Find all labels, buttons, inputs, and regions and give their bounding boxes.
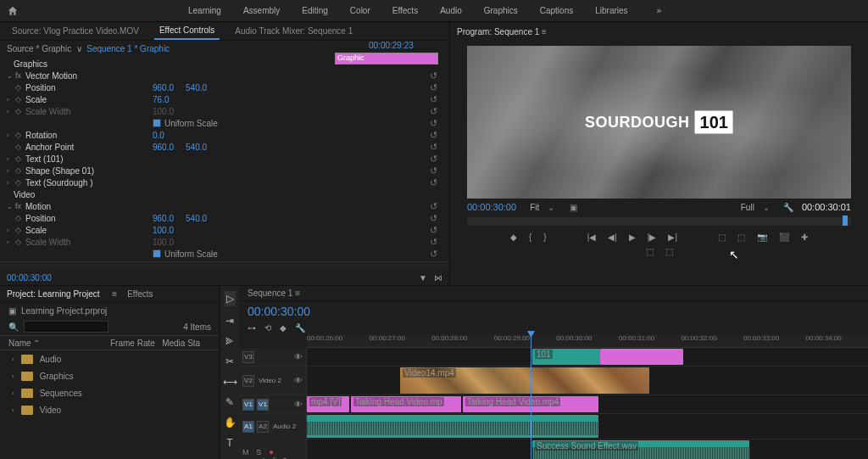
wrench-icon[interactable]: 🔧 bbox=[783, 203, 793, 212]
pen-tool-icon[interactable]: ✎ bbox=[225, 396, 234, 408]
keyframe-stopwatch-icon[interactable]: ◇ bbox=[15, 95, 25, 104]
reset-icon[interactable]: ↺ bbox=[430, 165, 437, 176]
disclosure-icon[interactable]: › bbox=[7, 96, 15, 104]
value-anchor-y[interactable]: 540.0 bbox=[186, 143, 207, 152]
reset-icon[interactable]: ↺ bbox=[430, 249, 437, 260]
reset-icon[interactable]: ↺ bbox=[430, 142, 437, 153]
uniform-scale-checkbox[interactable] bbox=[153, 119, 161, 127]
tab-project[interactable]: Project: Learning Project bbox=[7, 289, 100, 299]
search-input[interactable] bbox=[24, 321, 108, 333]
play-icon[interactable]: ▶ bbox=[629, 232, 636, 242]
prop-text-101[interactable]: Text (101) bbox=[25, 154, 153, 164]
slip-tool-icon[interactable]: ⟷ bbox=[223, 376, 237, 388]
value-mpos-x[interactable]: 960.0 bbox=[153, 214, 174, 223]
scrollbar[interactable] bbox=[0, 261, 449, 270]
fx-badge-icon[interactable]: fx bbox=[15, 71, 25, 80]
clip-talk1[interactable]: mp4 [V] bbox=[307, 396, 349, 412]
extract-icon[interactable]: ⬚ bbox=[737, 232, 745, 242]
value-mpos-y[interactable]: 540.0 bbox=[186, 214, 207, 223]
prop-vector-motion[interactable]: Vector Motion bbox=[25, 71, 153, 81]
tab-program[interactable]: Program: Sequence 1 bbox=[457, 27, 539, 36]
razor-tool-icon[interactable]: ✂ bbox=[225, 355, 234, 367]
in-point-icon[interactable]: { bbox=[529, 232, 531, 242]
keyframe-stopwatch-icon[interactable]: ◇ bbox=[15, 154, 25, 163]
keyframe-stopwatch-icon[interactable]: ◇ bbox=[15, 131, 25, 139]
snap-icon[interactable]: ⊶ bbox=[248, 323, 256, 333]
tab-audio-mixer[interactable]: Audio Track Mixer: Sequence 1 bbox=[230, 23, 358, 39]
track-target-a2[interactable]: A2 bbox=[257, 421, 269, 433]
col-framerate[interactable]: Frame Rate bbox=[110, 339, 155, 348]
reset-icon[interactable]: ↺ bbox=[430, 237, 437, 248]
reset-icon[interactable]: ↺ bbox=[430, 201, 437, 212]
clip-video14[interactable]: Video14.mp4 bbox=[400, 367, 649, 394]
bin-graphics[interactable]: ›Graphics bbox=[0, 367, 220, 384]
eye-icon[interactable]: 👁 bbox=[294, 352, 303, 361]
breadcrumb-sequence[interactable]: Sequence 1 * Graphic bbox=[86, 44, 170, 53]
toggle-icon[interactable]: ⋈ bbox=[434, 273, 442, 283]
value-mscale[interactable]: 100.0 bbox=[153, 226, 174, 235]
type-tool-icon[interactable]: T bbox=[226, 437, 232, 449]
workspace-audio[interactable]: Audio bbox=[440, 6, 462, 15]
track-target-v2[interactable]: V2 bbox=[242, 375, 254, 387]
reset-icon[interactable]: ↺ bbox=[430, 106, 437, 117]
hand-tool-icon[interactable]: ✋ bbox=[224, 417, 236, 428]
clip-talk2[interactable]: Talking Head Video.mp bbox=[351, 396, 461, 412]
keyframe-stopwatch-icon[interactable]: ◇ bbox=[15, 214, 25, 222]
chevron-down-icon[interactable]: ∨ bbox=[76, 44, 82, 53]
insert-icon[interactable]: ⬚ bbox=[646, 247, 654, 256]
timeline-timecode[interactable]: 00:00:30:00 bbox=[239, 301, 868, 322]
bin-audio[interactable]: ›Audio bbox=[0, 350, 220, 367]
bin-sequences[interactable]: ›Sequences bbox=[0, 384, 220, 401]
marker-icon[interactable]: ◆ bbox=[280, 323, 287, 333]
workspace-color[interactable]: Color bbox=[350, 6, 370, 15]
disclosure-icon[interactable]: ⌄ bbox=[7, 72, 15, 80]
uniform-scale-checkbox[interactable] bbox=[153, 249, 161, 258]
keyframe-stopwatch-icon[interactable]: ◇ bbox=[15, 83, 25, 92]
ripple-tool-icon[interactable]: ⫸ bbox=[225, 335, 235, 347]
disclosure-icon[interactable]: ⌄ bbox=[7, 203, 15, 210]
value-pos-y[interactable]: 540.0 bbox=[186, 83, 207, 92]
prop-motion[interactable]: Motion bbox=[25, 202, 153, 211]
reset-icon[interactable]: ↺ bbox=[430, 225, 437, 236]
filter-icon[interactable]: ▼ bbox=[419, 273, 427, 283]
program-monitor[interactable]: SOURDOUGH 101 bbox=[467, 46, 851, 199]
track-source-a1[interactable]: A1 bbox=[242, 421, 254, 433]
eye-icon[interactable]: 👁 bbox=[294, 400, 303, 409]
overwrite-icon[interactable]: ⬚ bbox=[665, 247, 673, 256]
bin-video[interactable]: ›Video bbox=[0, 401, 220, 418]
clip-sfx[interactable]: Success Sound Effect.wav bbox=[532, 440, 749, 459]
fx-badge-icon[interactable]: fx bbox=[15, 202, 25, 210]
search-icon[interactable]: 🔍 bbox=[8, 322, 19, 332]
value-pos-x[interactable]: 960.0 bbox=[153, 83, 174, 92]
disclosure-icon[interactable]: › bbox=[7, 227, 15, 234]
track-target-v3[interactable]: V3 bbox=[242, 351, 254, 363]
disclosure-icon[interactable]: › bbox=[7, 132, 15, 139]
reset-icon[interactable]: ↺ bbox=[430, 213, 437, 224]
timeline-playhead[interactable] bbox=[531, 333, 531, 459]
settings-icon[interactable]: 🔧 bbox=[295, 323, 305, 333]
tab-effects[interactable]: Effects bbox=[127, 289, 153, 299]
tab-source[interactable]: Source: Vlog Practice Video.MOV bbox=[7, 23, 144, 39]
track-target-v1[interactable]: V1 bbox=[257, 399, 269, 411]
tab-effect-controls[interactable]: Effect Controls bbox=[154, 22, 220, 40]
zoom-fit-dropdown[interactable]: Fit bbox=[530, 203, 539, 212]
reset-icon[interactable]: ↺ bbox=[430, 82, 437, 93]
linked-selection-icon[interactable]: ⟲ bbox=[264, 323, 271, 333]
record-icon[interactable]: ● bbox=[269, 447, 274, 456]
source-timecode[interactable]: 00:00:30:00 bbox=[7, 273, 52, 283]
track-select-tool-icon[interactable]: ⇥ bbox=[225, 315, 234, 327]
workspace-learning[interactable]: Learning bbox=[188, 6, 221, 15]
keyframe-stopwatch-icon[interactable]: ◇ bbox=[15, 226, 25, 234]
button-editor-icon[interactable]: ✚ bbox=[801, 232, 808, 242]
workspace-effects[interactable]: Effects bbox=[392, 6, 418, 15]
keyframe-stopwatch-icon[interactable]: ◇ bbox=[15, 143, 25, 151]
workspace-captions[interactable]: Captions bbox=[540, 6, 573, 15]
disclosure-icon[interactable]: › bbox=[7, 167, 15, 175]
timeline-ruler[interactable]: 00:00:26:00 00:00:27:00 00:00:28:00 00:0… bbox=[307, 334, 868, 348]
quality-dropdown[interactable]: Full bbox=[741, 203, 754, 212]
step-forward-icon[interactable]: |▶ bbox=[648, 232, 657, 242]
settings-icon[interactable]: ▣ bbox=[570, 203, 577, 212]
value-scale[interactable]: 76.0 bbox=[153, 95, 169, 104]
go-to-in-icon[interactable]: |◀ bbox=[587, 232, 597, 242]
export-frame-icon[interactable]: 📷 bbox=[757, 232, 767, 242]
